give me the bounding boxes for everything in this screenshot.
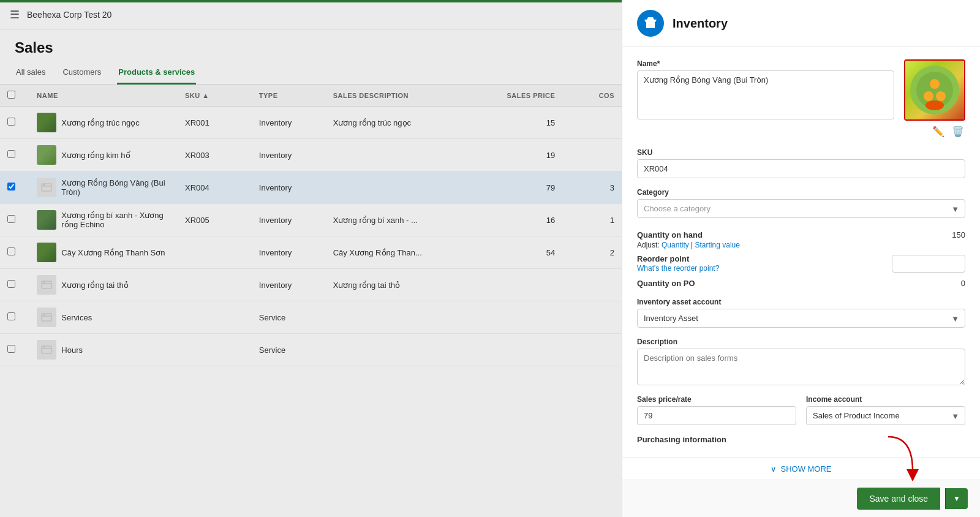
svg-point-5 [43, 314, 45, 315]
tab-customers[interactable]: Customers [61, 61, 102, 85]
row-checkbox[interactable] [7, 215, 15, 223]
col-sku[interactable]: SKU ▲ [178, 85, 252, 107]
reorder-point-input[interactable] [892, 255, 965, 273]
product-cell: Cây Xương Rồng Thanh Sơn [37, 243, 170, 262]
product-thumbnail [37, 178, 56, 197]
category-select[interactable]: Choose a category [637, 199, 965, 218]
product-desc [326, 172, 474, 204]
inventory-asset-select-wrap: Inventory Asset ▼ [637, 309, 965, 328]
product-thumbnail [37, 210, 56, 230]
product-sku: XR001 [178, 107, 252, 139]
cactus-image [905, 61, 964, 119]
table-row[interactable]: Xương rồng kim hổ XR003Inventory19 [0, 139, 622, 172]
product-type: Inventory [252, 172, 326, 204]
product-desc [326, 139, 474, 172]
product-name: Cây Xương Rồng Thanh Sơn [61, 248, 165, 257]
product-cell: Xương rồng kim hổ [37, 145, 170, 165]
row-checkbox[interactable] [7, 312, 15, 320]
product-price: 79 [473, 172, 562, 204]
table-row[interactable]: Xương rồng trúc ngọc XR001InventoryXương… [0, 107, 622, 139]
product-name: Xương rồng tai thỏ [61, 281, 128, 290]
products-table: NAME SKU ▲ TYPE SALES DESCRIPTION SALES … [0, 85, 622, 517]
product-type: Inventory [252, 139, 326, 172]
price-income-row: Sales price/rate Income account Sales of… [637, 395, 965, 425]
purchasing-info-group: Purchasing information [637, 435, 965, 448]
row-checkbox[interactable] [7, 118, 15, 126]
table-row[interactable]: Xương rồng tai thỏ InventoryXương rồng t… [0, 269, 622, 301]
reorder-point-row: Reorder point What's the reorder point? [637, 254, 965, 273]
svg-point-1 [43, 184, 45, 186]
income-account-label: Income account [806, 395, 965, 404]
sku-label: SKU [637, 148, 965, 157]
row-checkbox[interactable] [7, 280, 15, 288]
product-type: Service [252, 334, 326, 366]
product-sku [178, 269, 252, 301]
delete-image-btn[interactable]: 🗑️ [951, 124, 965, 138]
qty-on-hand-value: 150 [952, 230, 965, 240]
product-thumbnail [37, 308, 56, 327]
show-more-chevron: ∨ [771, 464, 777, 474]
product-name: Xương rồng trúc ngọc [61, 118, 139, 127]
inventory-asset-label: Inventory asset account [637, 298, 965, 306]
table-row[interactable]: Xương Rồng Bóng Vàng (Bui Tròn) XR004Inv… [0, 172, 622, 204]
table-row[interactable]: Services Service [0, 301, 622, 334]
tab-all-sales[interactable]: All sales [15, 61, 47, 85]
product-desc: Xương rồng tai thỏ [326, 269, 474, 301]
col-name: NAME [29, 85, 178, 107]
panel-title: Inventory [673, 17, 728, 31]
product-cell: Services [37, 308, 170, 327]
inventory-asset-group: Inventory asset account Inventory Asset … [637, 298, 965, 328]
quantity-link[interactable]: Quantity [662, 241, 689, 249]
product-sku [178, 236, 252, 269]
product-cost [562, 139, 622, 172]
product-type: Inventory [252, 236, 326, 269]
page-heading: Sales [0, 29, 622, 61]
row-checkbox[interactable] [7, 345, 15, 353]
row-checkbox[interactable] [7, 150, 15, 158]
product-cost [562, 334, 622, 366]
name-input[interactable]: Xương Rồng Bóng Vàng (Bui Tròn) [637, 70, 894, 119]
table-row[interactable]: Xương rồng bí xanh - Xương rồng Echino X… [0, 204, 622, 236]
topbar: ☰ Beehexa Corp Test 20 [0, 0, 622, 29]
product-cell: Xương rồng tai thỏ [37, 275, 170, 295]
app-title: Beehexa Corp Test 20 [27, 10, 111, 20]
show-more-bar[interactable]: ∨ SHOW MORE [622, 458, 980, 480]
sales-price-input[interactable] [637, 406, 796, 425]
product-sku: XR003 [178, 139, 252, 172]
sku-group: SKU [637, 148, 965, 178]
table-row[interactable]: Cây Xương Rồng Thanh Sơn InventoryCây Xư… [0, 236, 622, 269]
svg-point-3 [43, 282, 45, 283]
save-close-button[interactable]: Save and close [857, 488, 940, 510]
menu-icon[interactable]: ☰ [10, 8, 20, 21]
col-price: SALES PRICE [473, 85, 562, 107]
right-panel: Inventory Name* Xương Rồng Bóng Vàng (Bu… [622, 0, 980, 517]
income-account-select[interactable]: Sales of Product Income [806, 406, 965, 425]
svg-point-7 [43, 347, 45, 348]
qty-on-hand-info: Quantity on hand Adjust: Quantity | Star… [637, 230, 740, 249]
product-cost [562, 107, 622, 139]
product-price [473, 269, 562, 301]
purchasing-info-label: Purchasing information [637, 435, 965, 444]
product-price [473, 334, 562, 366]
description-input[interactable] [637, 349, 965, 385]
panel-body: Name* Xương Rồng Bóng Vàng (Bui Tròn) [622, 47, 980, 458]
product-price: 19 [473, 139, 562, 172]
save-close-dropdown-button[interactable]: ▼ [945, 488, 968, 509]
row-checkbox[interactable] [7, 247, 15, 255]
inventory-asset-select[interactable]: Inventory Asset [637, 309, 965, 328]
select-all-checkbox[interactable] [7, 91, 15, 99]
product-sku [178, 334, 252, 366]
row-checkbox[interactable] [7, 183, 15, 191]
tab-products-services[interactable]: Products & services [117, 61, 196, 85]
svg-point-13 [925, 100, 944, 110]
edit-image-btn[interactable]: ✏️ [931, 124, 946, 138]
table-row[interactable]: Hours Service [0, 334, 622, 366]
starting-value-link[interactable]: Starting value [695, 241, 740, 249]
sku-input[interactable] [637, 159, 965, 178]
svg-point-11 [936, 91, 946, 101]
reorder-point-link[interactable]: What's the reorder point? [637, 264, 719, 273]
svg-point-12 [930, 79, 940, 89]
adjust-text: Adjust: [637, 241, 660, 249]
qty-on-po-row: Quantity on PO 0 [637, 279, 965, 288]
description-group: Description [637, 338, 965, 385]
